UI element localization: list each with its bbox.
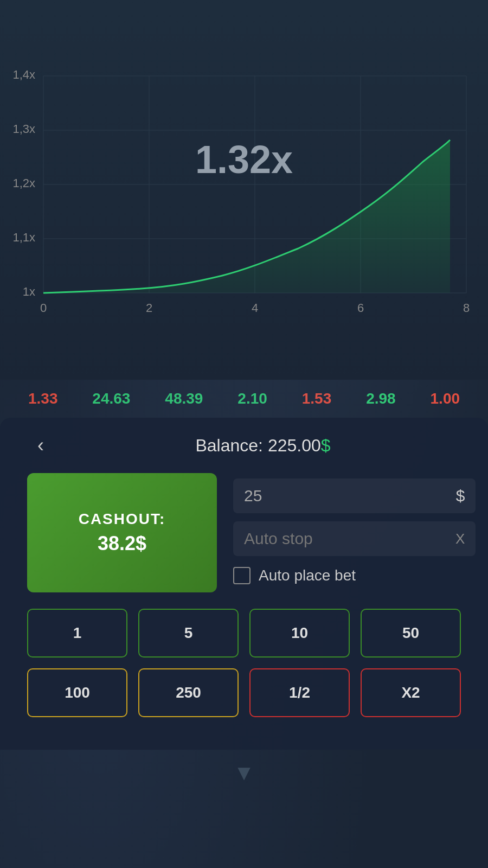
bet-button-100[interactable]: 100 — [27, 668, 127, 717]
autostop-input-row: X — [233, 521, 476, 556]
cashout-label: CASHOUT: — [79, 510, 166, 528]
right-inputs: $ X Auto place bet — [233, 473, 476, 592]
svg-text:1,2x: 1,2x — [12, 176, 35, 190]
bet-button-250[interactable]: 250 — [138, 668, 239, 717]
bet-buttons-row-2: 100 250 1/2 X2 — [27, 668, 461, 717]
amount-suffix: $ — [456, 487, 465, 505]
svg-text:1x: 1x — [23, 285, 35, 298]
cashout-button[interactable]: CASHOUT: 38.2$ — [27, 473, 217, 592]
amount-input[interactable] — [244, 487, 451, 505]
bet-button-1[interactable]: 1 — [27, 609, 127, 658]
svg-text:6: 6 — [357, 301, 364, 315]
autostop-input[interactable] — [244, 529, 450, 548]
svg-text:0: 0 — [40, 301, 47, 315]
controls-area: CASHOUT: 38.2$ $ X Auto place bet — [27, 473, 461, 592]
bet-button-10[interactable]: 10 — [249, 609, 350, 658]
chart-svg: 1x 1,1x 1,2x 1,3x 1,4x 0 2 4 6 8 — [11, 11, 477, 326]
chart-container: 1x 1,1x 1,2x 1,3x 1,4x 0 2 4 6 8 — [11, 11, 477, 326]
bet-button-half[interactable]: 1/2 — [249, 668, 350, 717]
svg-text:1,3x: 1,3x — [12, 122, 35, 136]
back-button[interactable]: ‹ — [27, 434, 54, 457]
balance-label: Balance: 225.00 — [195, 436, 320, 455]
amount-input-row: $ — [233, 478, 476, 513]
auto-bet-label: Auto place bet — [259, 567, 356, 584]
svg-text:2: 2 — [146, 301, 152, 315]
bet-button-5[interactable]: 5 — [138, 609, 239, 658]
balance-currency: $ — [321, 436, 331, 455]
svg-text:1,1x: 1,1x — [12, 231, 35, 244]
svg-text:8: 8 — [463, 301, 470, 315]
svg-text:1,4x: 1,4x — [12, 68, 35, 81]
auto-bet-row: Auto place bet — [233, 564, 476, 587]
bottom-panel: ‹ Balance: 225.00$ CASHOUT: 38.2$ $ X — [0, 418, 488, 750]
chart-fill — [43, 140, 450, 293]
bet-button-50[interactable]: 50 — [361, 609, 461, 658]
chart-section: 1x 1,1x 1,2x 1,3x 1,4x 0 2 4 6 8 — [0, 0, 488, 380]
bet-button-double[interactable]: X2 — [361, 668, 461, 717]
cashout-value: 38.2$ — [98, 532, 146, 555]
bet-buttons-row-1: 1 5 10 50 — [27, 609, 461, 658]
autostop-clear-button[interactable]: X — [455, 531, 465, 547]
auto-bet-checkbox[interactable] — [233, 567, 251, 584]
balance-display: Balance: 225.00$ — [65, 436, 461, 456]
svg-text:4: 4 — [252, 301, 258, 315]
panel-header: ‹ Balance: 225.00$ — [27, 434, 461, 457]
